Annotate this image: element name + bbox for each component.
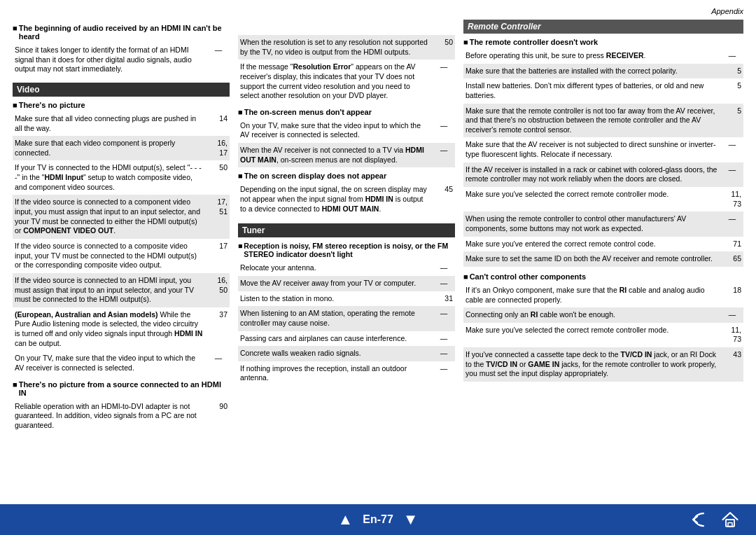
page-container: Appendix The beginning of audio received… [0,0,756,535]
table-row: Reliable operation with an HDMI-to-DVI a… [13,399,230,433]
row-text: When listening to an AM station, operati… [238,307,433,329]
row-text: When the resolution is set to any resolu… [238,36,433,58]
table-row: Make sure you've selected the correct re… [463,187,743,211]
video-section: Video There's no picture Make sure that … [13,83,230,433]
row-dash: — [721,164,743,175]
footer-icons [687,508,742,531]
row-num: 18 [721,284,743,297]
row-num: 90 [207,401,230,413]
row-num: 5 [721,80,743,92]
row-dash: — [433,363,455,374]
row-text: Reliable operation with an HDMI-to-DVI a… [13,401,207,432]
row-num: 17 [207,240,230,253]
next-page-arrow[interactable]: ▼ [403,510,419,529]
row-text: On your TV, make sure that the video inp… [13,352,207,374]
table-row: If your TV is connected to the HDMI outp… [13,160,230,195]
table-row: When using the remote controller to cont… [463,211,743,236]
row-text: If the video source is connected to a co… [13,196,207,237]
row-text: Before operating this unit, be sure to p… [463,50,721,62]
onscreen-header: The on-screen menus don't appear [238,108,455,116]
table-row: Make sure that the batteries are install… [463,64,743,79]
row-text: Depending on the input signal, the on sc… [238,183,433,215]
row-text: Connecting only an RI cable won't be eno… [463,309,721,321]
table-row: Make sure that all video connecting plug… [13,111,230,136]
table-row: Concrete walls weaken radio signals. — [238,346,455,361]
video-header: Video [13,83,230,97]
right-column: Remote Controller The remote controller … [463,20,743,500]
row-text: On your TV, make sure that the video inp… [238,120,433,141]
cant-control-section: Can't control other components If it's a… [463,272,743,382]
row-text: Make sure you've selected the correct re… [463,324,721,337]
row-text: When using the remote controller to cont… [463,213,721,235]
table-row: Make sure that the AV receiver is not su… [463,137,743,162]
tuner-section: Tuner Reception is noisy, FM stereo rece… [238,223,455,386]
row-dash: — [433,347,455,359]
table-row: Make sure to set the same ID on both the… [463,251,743,267]
ondisplay-section: The on screen display does not appear De… [238,172,455,216]
row-text: If you've connected a cassette tape deck… [463,349,721,380]
row-num: 43 [721,349,743,361]
table-row: If the video source is connected to a co… [13,239,230,273]
middle-column: When the resolution is set to any resolu… [238,20,455,500]
home-button[interactable] [718,508,742,531]
row-num: 37 [207,309,230,321]
row-dash: — [721,50,743,61]
footer: ▲ En-77 ▼ [0,504,756,535]
audio-row1-text: Since it takes longer to identify the fo… [13,44,207,76]
row-text: Move the AV receiver away from your TV o… [238,277,433,290]
row-num: 11, 73 [721,188,743,210]
row-dash: — [433,277,455,289]
row-num: 17, 51 [207,196,230,218]
row-num: 5 [721,105,743,118]
table-row: If nothing improves the reception, insta… [238,361,455,386]
footer-center: ▲ En-77 ▼ [337,510,418,529]
table-row: Make sure you've selected the correct re… [463,323,743,347]
audio-row1-num: — [207,44,230,55]
row-text: Make sure that the batteries are install… [463,65,721,78]
row-num: 31 [433,293,455,305]
row-text: If the AV receiver is installed in a rac… [463,164,721,186]
table-row: On your TV, make sure that the video inp… [13,351,230,375]
row-dash: — [721,309,743,320]
no-work-header: The remote controller doesn't work [463,38,743,46]
row-dash: — [433,120,455,131]
table-row: If the video source is connected to a co… [13,195,230,239]
row-text: Make sure you've selected the correct re… [463,188,721,201]
main-content: The beginning of audio received by an HD… [13,20,743,500]
row-num: 65 [721,253,743,265]
row-text: If the message "Resolution Error" appear… [238,61,433,102]
table-row: Before operating this unit, be sure to p… [463,48,743,64]
row-num: 45 [433,183,455,196]
cant-control-header: Can't control other components [463,272,743,281]
table-row: Install new batteries. Don't mix differe… [463,78,743,103]
row-text: Passing cars and airplanes can cause int… [238,333,433,345]
prev-page-arrow[interactable]: ▲ [337,510,353,529]
back-button[interactable] [687,508,711,531]
row-text: Make sure you've entered the correct rem… [463,238,721,251]
table-row: If the AV receiver is installed in a rac… [463,162,743,187]
table-row: If it's an Onkyo component, make sure th… [463,283,743,307]
table-row: Relocate your antenna. — [238,260,455,276]
table-row: (European, Australian and Asian models) … [13,307,230,352]
reception-header: Reception is noisy, FM stereo reception … [238,242,455,258]
table-row: Move the AV receiver away from your TV o… [238,276,455,291]
row-text: Make sure that all video connecting plug… [13,113,207,134]
audio-section: The beginning of audio received by an HD… [13,24,230,77]
left-column: The beginning of audio received by an HD… [13,20,230,500]
table-row: On your TV, make sure that the video inp… [238,118,455,143]
row-text: Make sure that each video component is p… [13,137,207,159]
table-row: When listening to an AM station, operati… [238,306,455,331]
table-row: If the message "Resolution Error" appear… [238,60,455,104]
row-num: 5 [721,65,743,78]
row-text: Make sure that the AV receiver is not su… [463,139,721,160]
row-text: Make sure that the remote controller is … [463,105,721,137]
appendix-label: Appendix [13,7,743,15]
table-row: When the AV receiver is not connected to… [238,143,455,167]
remote-section: Remote Controller The remote controller … [463,20,743,382]
row-text: Relocate your antenna. [238,262,433,275]
remote-header: Remote Controller [463,20,743,34]
row-text: If it's an Onkyo component, make sure th… [463,284,721,306]
row-text: If nothing improves the reception, insta… [238,363,433,384]
row-text: Concrete walls weaken radio signals. [238,347,433,360]
row-dash: — [433,144,455,155]
